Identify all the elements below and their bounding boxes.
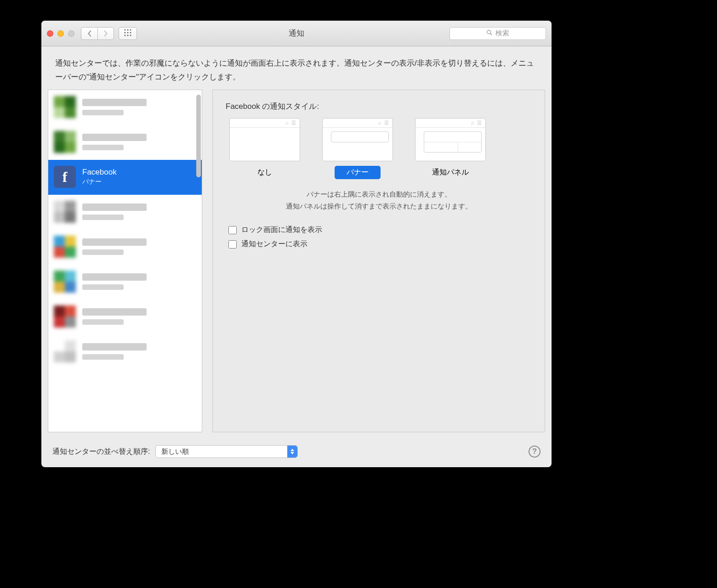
style-options: ⌕☰なし⌕☰バナー⌕☰通知パネル (226, 118, 532, 179)
search-icon (486, 29, 493, 37)
style-option-banner[interactable]: ⌕☰バナー (322, 118, 393, 179)
app-list-item[interactable]: fFacebookバナー (48, 160, 202, 195)
search-icon: ⌕ (285, 120, 289, 125)
app-item-name: Facebook (82, 168, 117, 177)
svg-point-2 (130, 29, 131, 30)
footer: 通知センターの並べ替え順序: 新しい順 ? (41, 439, 552, 467)
app-item-text (82, 134, 147, 150)
check-lock-screen-input[interactable] (228, 226, 237, 234)
check-notification-center-label: 通知センターに表示 (241, 239, 307, 249)
style-label: なし (245, 166, 284, 179)
sort-select-value: 新しい順 (161, 447, 189, 456)
list-icon: ☰ (384, 120, 389, 126)
app-item-name (82, 273, 147, 281)
app-item-name (82, 343, 147, 351)
app-icon (54, 96, 76, 118)
app-item-text (82, 308, 147, 325)
svg-point-0 (124, 29, 125, 30)
app-item-name (82, 134, 147, 141)
grid-icon (124, 28, 132, 39)
style-option-none[interactable]: ⌕☰なし (229, 118, 300, 179)
chevron-up-down-icon (287, 446, 297, 458)
search-placeholder: 検索 (495, 29, 509, 38)
nav-buttons (81, 27, 114, 40)
check-lock-screen-label: ロック画面に通知を表示 (241, 225, 322, 235)
search-field[interactable]: 検索 (450, 27, 546, 40)
check-notification-center-input[interactable] (228, 240, 237, 249)
app-item-subtitle (82, 215, 124, 220)
checkbox-group: ロック画面に通知を表示 通知センターに表示 (226, 225, 532, 249)
app-item-text (82, 273, 147, 290)
show-all-button[interactable] (119, 27, 137, 40)
app-icon (54, 340, 76, 362)
scrollbar[interactable] (195, 93, 202, 272)
app-item-name (82, 99, 147, 106)
app-list-item[interactable] (48, 90, 202, 125)
app-item-subtitle (82, 354, 124, 360)
style-thumbnail: ⌕☰ (322, 118, 393, 161)
app-list-item[interactable] (48, 195, 202, 230)
close-window-button[interactable] (47, 30, 53, 37)
svg-point-7 (127, 34, 128, 36)
list-icon: ☰ (291, 120, 296, 126)
app-item-subtitle (82, 284, 124, 290)
detail-panel: Facebook の通知スタイル: ⌕☰なし⌕☰バナー⌕☰通知パネル バナーは右… (212, 90, 545, 433)
style-label: バナー (335, 166, 381, 179)
forward-button[interactable] (97, 27, 114, 40)
check-notification-center[interactable]: 通知センターに表示 (228, 239, 532, 249)
content-area: fFacebookバナー Facebook の通知スタイル: ⌕☰なし⌕☰バナー… (41, 90, 552, 439)
app-item-subtitle: バナー (82, 178, 117, 186)
app-item-subtitle (82, 110, 124, 115)
style-thumbnail: ⌕☰ (415, 118, 486, 161)
svg-point-1 (127, 29, 128, 30)
app-list-item[interactable] (48, 334, 202, 369)
app-item-text (82, 204, 147, 220)
sort-select[interactable]: 新しい順 (155, 445, 298, 458)
check-lock-screen[interactable]: ロック画面に通知を表示 (228, 225, 532, 235)
window-controls (47, 30, 74, 37)
app-item-subtitle (82, 249, 124, 255)
app-item-name (82, 204, 147, 211)
app-list-item[interactable] (48, 265, 202, 300)
search-icon: ⌕ (471, 120, 474, 125)
app-item-name (82, 238, 147, 246)
search-icon: ⌕ (378, 120, 381, 125)
app-item-text: Facebookバナー (82, 168, 117, 186)
app-icon (54, 271, 76, 293)
style-label: 通知パネル (420, 166, 481, 179)
style-note-line2: 通知パネルは操作して消すまで表示されたままになります。 (226, 200, 532, 212)
app-item-text (82, 343, 147, 360)
scrollbar-thumb[interactable] (196, 95, 201, 177)
list-icon: ☰ (477, 120, 482, 126)
svg-point-9 (487, 30, 491, 34)
app-icon (54, 131, 76, 153)
zoom-window-button (68, 30, 74, 37)
app-icon (54, 305, 76, 328)
app-item-text (82, 238, 147, 255)
svg-point-5 (130, 32, 131, 33)
preferences-window: 通知 検索 通知センターでは、作業の邪魔にならないように通知が画面右上に表示され… (41, 21, 552, 467)
svg-point-8 (130, 34, 131, 36)
app-item-name (82, 308, 147, 316)
back-button[interactable] (81, 27, 97, 40)
app-list-item[interactable] (48, 300, 202, 334)
app-item-subtitle (82, 319, 124, 325)
svg-point-3 (124, 32, 125, 33)
minimize-window-button[interactable] (57, 30, 64, 37)
titlebar: 通知 検索 (41, 21, 552, 46)
help-button[interactable]: ? (529, 446, 541, 458)
style-option-alert[interactable]: ⌕☰通知パネル (415, 118, 486, 179)
svg-point-6 (124, 34, 125, 36)
style-title: Facebook の通知スタイル: (226, 101, 532, 112)
style-thumbnail: ⌕☰ (229, 118, 300, 161)
app-list-item[interactable] (48, 230, 202, 265)
sort-label: 通知センターの並べ替え順序: (52, 447, 150, 457)
pane-description: 通知センターでは、作業の邪魔にならないように通知が画面右上に表示されます。通知セ… (41, 46, 552, 90)
app-list[interactable]: fFacebookバナー (48, 90, 202, 433)
app-list-item[interactable] (48, 125, 202, 160)
app-icon (54, 201, 76, 223)
facebook-icon: f (54, 166, 76, 188)
svg-line-10 (490, 34, 492, 35)
app-item-subtitle (82, 145, 124, 150)
app-icon (54, 236, 76, 258)
